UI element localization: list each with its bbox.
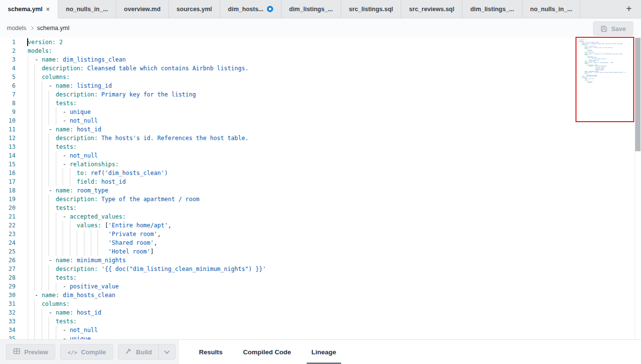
line-number: 19 [0,195,28,204]
line-number: 3 [0,55,28,64]
code-line[interactable]: 33tests: [0,317,641,326]
minimap[interactable]: version: 2models: - name: dim_listings_c… [576,38,633,84]
tab-overview-md[interactable]: overview.md [116,0,169,18]
line-number: 29 [0,282,28,291]
tab-schema-yml[interactable]: schema.yml× [0,0,58,18]
code-line[interactable]: 23 'Private room', [0,230,641,238]
code-line[interactable]: 2models: [0,47,641,55]
line-number: 9 [0,108,28,116]
button-label: Compile [81,348,106,356]
code-line[interactable]: 9- unique [0,108,641,116]
code-line[interactable]: 6- name: listing_id [0,81,641,90]
code-line[interactable]: 4description: Cleansed table which conta… [0,64,641,73]
code-line[interactable]: 22values: ['Entire home/apt', [0,221,641,230]
line-number: 17 [0,177,28,186]
bottom-bar: Preview</>CompileBuild ResultsCompiled C… [0,339,641,364]
tab-no-nulls-in[interactable]: no_nulls_in_... [58,0,116,18]
line-number: 11 [0,125,28,134]
code-line[interactable]: 16to: ref('dim_hosts_clean') [0,169,641,177]
code-line[interactable]: 12description: The hosts's id. Reference… [0,134,641,142]
code-line[interactable]: 14- not_null [0,151,641,160]
tab-compiled-code[interactable]: Compiled Code [238,340,296,364]
code-line[interactable]: 3- name: dim_listings_clean [0,55,641,64]
code-line[interactable]: 18- name: room_type [0,186,641,195]
code-line[interactable]: 21- accepted_values: [0,212,641,221]
minimap-highlight-border: version: 2models: - name: dim_listings_c… [575,37,634,122]
code-line[interactable]: 30- name: dim_hosts_clean [0,291,641,300]
line-number: 1 [0,38,28,47]
tab-label: schema.yml [8,6,43,13]
code-line[interactable]: 15- relationships: [0,160,641,169]
code-editor[interactable]: 1version: 22models:3- name: dim_listings… [0,38,641,339]
unsaved-changes-icon [267,6,273,12]
code-line[interactable]: 10- not_null [0,116,641,125]
scrollbar-thumb[interactable] [635,38,641,151]
code-line[interactable]: 34- not_null [0,326,641,334]
line-number: 21 [0,212,28,221]
button-label: Build [136,348,152,356]
code-line[interactable]: 35- unique [0,334,641,339]
tab-label: sources.yml [177,6,212,13]
code-line[interactable]: 13tests: [0,142,641,151]
line-number: 10 [0,116,28,125]
code-line[interactable]: 25 'Hotel room'] [0,247,641,256]
code-icon: </> [67,348,77,356]
code-line[interactable]: 24 'Shared room', [0,238,641,247]
tab-dim-listings[interactable]: dim_listings_... [462,0,522,18]
save-button[interactable]: Save [593,21,633,36]
line-number: 15 [0,160,28,169]
tab-dim-hosts[interactable]: dim_hosts... [220,0,281,18]
tab-lineage[interactable]: Lineage [307,340,341,364]
tab-label: no_nulls_in_... [530,6,573,13]
tab-label: overview.md [124,6,161,13]
code-line[interactable]: 5columns: [0,73,641,81]
tab-src-reviews-sql[interactable]: src_reviews.sql [401,0,462,18]
line-number: 16 [0,169,28,177]
code-line[interactable]: 26- name: minimum_nights [0,256,641,265]
ide-window: schema.yml×no_nulls_in_...overview.mdsou… [0,0,641,364]
line-number: 31 [0,300,28,308]
line-number: 13 [0,142,28,151]
code-line[interactable]: 29- positive_value [0,282,641,291]
line-number: 4 [0,64,28,73]
code-line[interactable]: 27description: '{{ doc("dim_listing_clea… [0,265,641,273]
code-line[interactable]: 20tests: [0,204,641,212]
result-tabs: ResultsCompiled CodeLineage [179,340,341,364]
code-line[interactable]: 19description: Type of the apartment / r… [0,195,641,204]
code-line[interactable]: 28tests: [0,273,641,282]
line-number: 20 [0,204,28,212]
build-button-group: Build [118,344,176,360]
compile-button[interactable]: </>Compile [60,344,113,360]
close-icon[interactable]: × [46,6,50,13]
breadcrumb-bar: models schema.yml Save [0,18,641,38]
code-line[interactable]: 1version: 2 [0,38,641,47]
line-number: 32 [0,308,28,317]
code-line[interactable]: 11- name: host_id [0,125,641,134]
code-line[interactable]: 17field: host_id [0,177,641,186]
tab-src-listings-sql[interactable]: src_listings.sql [341,0,401,18]
build-dropdown-button[interactable] [159,345,175,359]
preview-button[interactable]: Preview [6,344,55,360]
new-tab-button[interactable]: + [617,0,641,18]
line-number: 24 [0,238,28,247]
line-number: 28 [0,273,28,282]
file-tab-bar: schema.yml×no_nulls_in_...overview.mdsou… [0,0,641,18]
tab-dim-listings[interactable]: dim_listings_... [281,0,341,18]
chevron-down-icon [164,348,169,354]
tab-no-nulls-in[interactable]: no_nulls_in_... [523,0,581,18]
tab-sources-yml[interactable]: sources.yml [169,0,220,18]
hammer-icon [125,348,132,356]
line-number: 25 [0,247,28,256]
grid-icon [13,348,20,356]
line-number: 35 [0,334,28,339]
code-line[interactable]: 32- name: host_id [0,308,641,317]
button-label: Preview [24,348,48,356]
code-line[interactable]: 8tests: [0,99,641,108]
line-number: 18 [0,186,28,195]
tab-results[interactable]: Results [194,340,228,364]
code-line[interactable]: 7description: Primary key for the listin… [0,90,641,99]
line-number: 27 [0,265,28,273]
tab-label: dim_listings_... [470,6,514,13]
code-line[interactable]: 31columns: [0,300,641,308]
build-button[interactable]: Build [118,345,158,359]
